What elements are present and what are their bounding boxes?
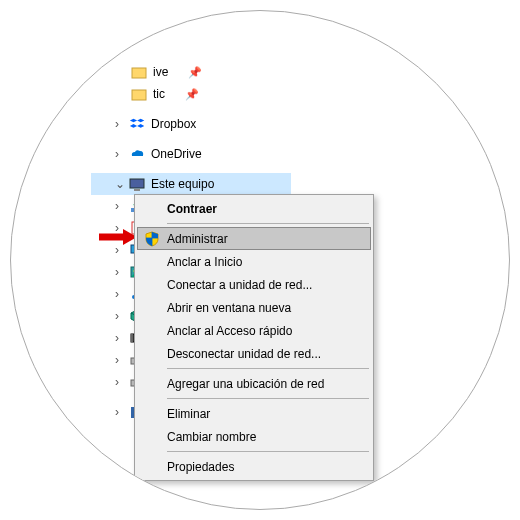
menu-item-propiedades[interactable]: Propiedades [137, 455, 371, 478]
menu-item-contraer[interactable]: Contraer [137, 197, 371, 220]
menu-separator [167, 223, 369, 224]
menu-label: Administrar [167, 232, 228, 246]
quick-access-item-2[interactable]: tic 📌 [91, 83, 291, 105]
menu-label: Cambiar nombre [167, 430, 256, 444]
menu-separator [167, 368, 369, 369]
tree-label: Dropbox [151, 117, 196, 131]
dropbox-icon [129, 116, 145, 132]
menu-item-desconectar-red[interactable]: Desconectar unidad de red... [137, 342, 371, 365]
menu-item-abrir-ventana[interactable]: Abrir en ventana nueva [137, 296, 371, 319]
menu-item-agregar-red[interactable]: Agregar una ubicación de red [137, 372, 371, 395]
menu-label: Abrir en ventana nueva [167, 301, 291, 315]
expand-icon[interactable]: › [115, 243, 127, 257]
menu-label: Eliminar [167, 407, 210, 421]
expand-icon[interactable]: › [115, 265, 127, 279]
expand-icon[interactable]: › [115, 375, 127, 389]
menu-item-cambiar-nombre[interactable]: Cambiar nombre [137, 425, 371, 448]
folder-icon [131, 86, 147, 102]
menu-label: Anclar a Inicio [167, 255, 242, 269]
svg-rect-0 [132, 68, 146, 78]
menu-label: Propiedades [167, 460, 234, 474]
svg-rect-16 [131, 334, 133, 342]
tree-item-este-equipo[interactable]: ⌄ Este equipo [91, 173, 291, 195]
collapse-icon[interactable]: ⌄ [115, 177, 127, 191]
expand-icon[interactable]: › [115, 287, 127, 301]
tree-label: tic [153, 87, 165, 101]
menu-label: Anclar al Acceso rápido [167, 324, 292, 338]
expand-icon[interactable]: › [115, 309, 127, 323]
tree-label: ive [153, 65, 168, 79]
shield-icon [144, 231, 160, 247]
svg-rect-3 [134, 189, 140, 191]
computer-icon [129, 176, 145, 192]
pin-icon: 📌 [188, 66, 202, 79]
quick-access-item-1[interactable]: ive 📌 [91, 61, 291, 83]
menu-item-conectar-red[interactable]: Conectar a unidad de red... [137, 273, 371, 296]
tree-label: OneDrive [151, 147, 202, 161]
menu-item-anclar-inicio[interactable]: Anclar a Inicio [137, 250, 371, 273]
expand-icon[interactable]: › [115, 221, 127, 235]
expand-icon[interactable]: › [115, 353, 127, 367]
onedrive-icon [129, 146, 145, 162]
menu-label: Desconectar unidad de red... [167, 347, 321, 361]
expand-icon[interactable]: › [115, 199, 127, 213]
svg-rect-1 [132, 90, 146, 100]
pin-icon: 📌 [185, 88, 199, 101]
tree-item-dropbox[interactable]: › Dropbox [91, 113, 291, 135]
menu-item-administrar[interactable]: Administrar [137, 227, 371, 250]
menu-label: Agregar una ubicación de red [167, 377, 324, 391]
menu-item-eliminar[interactable]: Eliminar [137, 402, 371, 425]
expand-icon[interactable]: › [115, 117, 127, 131]
menu-label: Conectar a unidad de red... [167, 278, 312, 292]
menu-separator [167, 398, 369, 399]
expand-icon[interactable]: › [115, 147, 127, 161]
menu-item-anclar-rapido[interactable]: Anclar al Acceso rápido [137, 319, 371, 342]
circular-viewport: ive 📌 tic 📌 › Dropbox › OneDrive [10, 10, 510, 510]
folder-icon [131, 64, 147, 80]
expand-icon[interactable]: › [115, 331, 127, 345]
tree-label: Este equipo [151, 177, 214, 191]
menu-separator [167, 451, 369, 452]
expand-icon[interactable]: › [115, 405, 127, 419]
svg-rect-2 [130, 179, 144, 188]
tree-item-onedrive[interactable]: › OneDrive [91, 143, 291, 165]
menu-label: Contraer [167, 202, 217, 216]
context-menu: Contraer Administrar Anclar a Inicio Con… [134, 194, 374, 481]
